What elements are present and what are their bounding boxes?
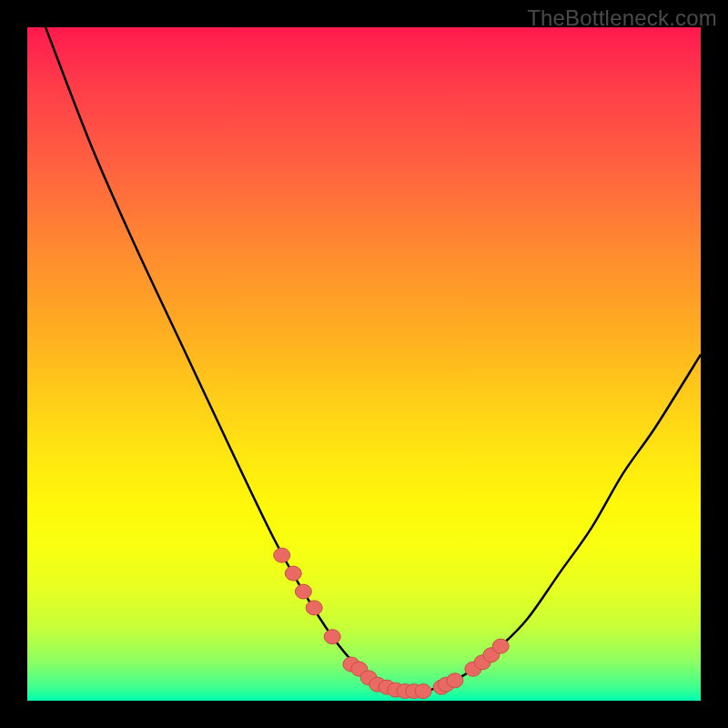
watermark-text: TheBottleneck.com <box>527 5 717 31</box>
chart-plot-area <box>27 27 701 701</box>
